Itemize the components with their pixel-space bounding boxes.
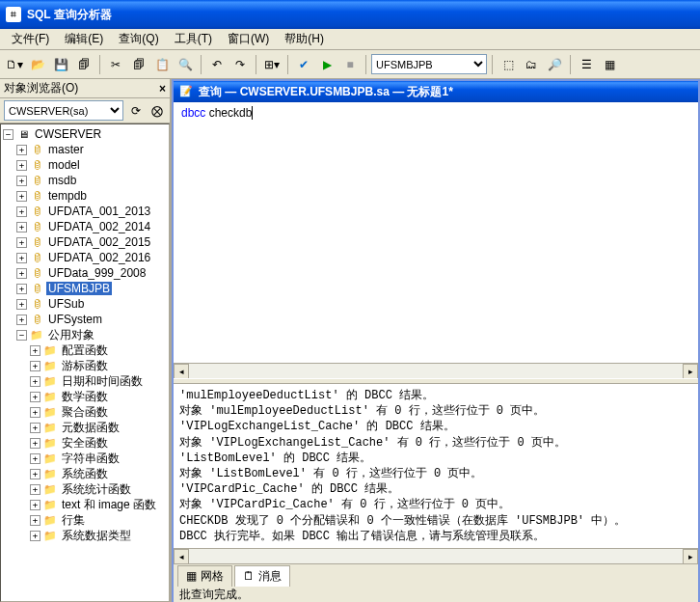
editor-horizontal-scrollbar[interactable]: ◂ ▸	[174, 363, 698, 378]
expand-icon[interactable]: +	[30, 345, 40, 356]
expand-icon[interactable]: +	[30, 453, 40, 464]
tree-database-node[interactable]: +UFDATA_002_2015	[3, 234, 167, 250]
tab-grid[interactable]: ▦ 网格	[177, 565, 232, 587]
expand-icon[interactable]: +	[30, 469, 40, 479]
tree-database-node[interactable]: +master	[3, 142, 167, 157]
tree-database-node[interactable]: +UFDATA_001_2013	[3, 204, 167, 219]
scroll-track[interactable]	[189, 549, 683, 563]
toolbar-separator	[365, 55, 366, 74]
undo-button[interactable]: ↶	[206, 54, 228, 75]
expand-icon[interactable]: +	[30, 376, 40, 387]
scroll-left-button[interactable]: ◂	[174, 364, 189, 379]
sql-editor[interactable]: dbcc checkdb	[174, 102, 698, 363]
tree-folder-node[interactable]: +安全函数	[3, 435, 167, 451]
menu-query[interactable]: 查询(Q)	[111, 29, 166, 49]
tree-folder-node[interactable]: +日期和时间函数	[3, 373, 167, 389]
query-window-titlebar[interactable]: 📝 查询 — CWSERVER.UFSMBJPB.sa — 无标题1*	[174, 81, 698, 102]
tree-server-node[interactable]: − CWSERVER	[3, 126, 167, 142]
expand-icon[interactable]: +	[30, 500, 40, 510]
menu-tools[interactable]: 工具(T)	[167, 29, 220, 49]
expand-icon[interactable]: +	[16, 237, 27, 248]
expand-icon[interactable]: +	[30, 515, 40, 526]
toolbar-separator	[256, 55, 256, 74]
database-select[interactable]: UFSMBJPB	[371, 54, 487, 74]
parse-button[interactable]: ✔	[293, 54, 314, 75]
expand-icon[interactable]: +	[30, 392, 40, 402]
stop-button[interactable]: ■	[339, 54, 361, 75]
disconnect-button[interactable]: ⨂	[148, 102, 166, 120]
new-query-button[interactable]: 🗋▾	[4, 54, 25, 75]
execute-button[interactable]: ▶	[316, 54, 337, 75]
menu-file[interactable]: 文件(F)	[4, 29, 57, 49]
panel-close-button[interactable]: ×	[159, 82, 166, 96]
find-button[interactable]: 🔍	[175, 54, 196, 75]
tree-folder-node[interactable]: +系统数据类型	[3, 528, 167, 543]
tree-folder-node[interactable]: +配置函数	[3, 342, 167, 358]
expand-icon[interactable]: +	[16, 176, 27, 186]
object-tree[interactable]: − CWSERVER +master+model+msdb+tempdb+UFD…	[0, 123, 170, 602]
cut-button[interactable]: ✂	[105, 54, 126, 75]
tree-folder-node[interactable]: +数学函数	[3, 389, 167, 404]
tree-folder-node[interactable]: +系统统计函数	[3, 481, 167, 497]
paste-button[interactable]: 📋	[151, 54, 173, 75]
tree-database-node[interactable]: +UFDATA_002_2016	[3, 250, 167, 265]
collapse-icon[interactable]: −	[16, 330, 27, 341]
expand-icon[interactable]: +	[16, 191, 27, 202]
estimated-plan-button[interactable]: ⬚	[498, 54, 519, 75]
show-results-button[interactable]: ☰	[576, 54, 597, 75]
expand-icon[interactable]: +	[16, 315, 27, 325]
redo-button[interactable]: ↷	[229, 54, 251, 75]
menu-edit[interactable]: 编辑(E)	[57, 29, 111, 49]
refresh-button[interactable]: ⟳	[127, 102, 145, 120]
expand-icon[interactable]: +	[16, 253, 27, 263]
expand-icon[interactable]: +	[30, 423, 40, 433]
tree-common-objects-node[interactable]: − 公用对象	[3, 327, 167, 342]
scroll-right-button[interactable]: ▸	[683, 549, 698, 564]
tree-database-node[interactable]: +UFSystem	[3, 312, 167, 327]
scroll-track[interactable]	[189, 364, 683, 378]
save-all-button[interactable]: 🗐	[73, 54, 94, 75]
scroll-right-button[interactable]: ▸	[683, 364, 698, 379]
tree-folder-node[interactable]: +元数据函数	[3, 420, 167, 435]
tree-database-node[interactable]: +UFDATA_002_2014	[3, 219, 167, 234]
tree-database-node[interactable]: +UFSMBJPB	[3, 281, 167, 296]
expand-icon[interactable]: +	[16, 145, 27, 155]
tree-database-node[interactable]: +model	[3, 157, 167, 173]
tree-database-node[interactable]: +UFSub	[3, 296, 167, 312]
object-search-button[interactable]: 🔎	[544, 54, 565, 75]
copy-button[interactable]: 🗐	[128, 54, 149, 75]
expand-icon[interactable]: +	[30, 361, 40, 371]
results-pane[interactable]: 'mulEmployeeDeductList' 的 DBCC 结果。 对象 'm…	[174, 384, 698, 548]
tree-database-node[interactable]: +UFData_999_2008	[3, 265, 167, 281]
expand-icon[interactable]: +	[16, 160, 27, 171]
tree-database-node[interactable]: +tempdb	[3, 188, 167, 204]
tree-folder-node[interactable]: +聚合函数	[3, 404, 167, 420]
execute-mode-button[interactable]: ⊞▾	[261, 54, 283, 75]
expand-icon[interactable]: +	[30, 531, 40, 541]
object-browser-button[interactable]: 🗂	[521, 54, 542, 75]
scroll-left-button[interactable]: ◂	[174, 549, 189, 564]
expand-icon[interactable]: +	[30, 407, 40, 418]
tree-folder-node[interactable]: +系统函数	[3, 466, 167, 481]
results-horizontal-scrollbar[interactable]: ◂ ▸	[174, 548, 698, 563]
tree-folder-node[interactable]: +行集	[3, 512, 167, 528]
tree-folder-node[interactable]: +字符串函数	[3, 451, 167, 466]
save-button[interactable]: 💾	[50, 54, 71, 75]
show-execution-plan-button[interactable]: ▦	[599, 54, 620, 75]
tree-database-node[interactable]: +msdb	[3, 173, 167, 188]
expand-icon[interactable]: +	[16, 268, 27, 279]
server-select[interactable]: CWSERVER(sa)	[4, 100, 123, 121]
menu-help[interactable]: 帮助(H)	[277, 29, 332, 49]
expand-icon[interactable]: +	[30, 438, 40, 449]
tree-folder-node[interactable]: +游标函数	[3, 358, 167, 373]
expand-icon[interactable]: +	[30, 484, 40, 495]
collapse-icon[interactable]: −	[3, 129, 13, 140]
tab-messages[interactable]: 🗒 消息	[234, 565, 290, 587]
expand-icon[interactable]: +	[16, 222, 27, 233]
menu-window[interactable]: 窗口(W)	[220, 29, 277, 49]
expand-icon[interactable]: +	[16, 299, 27, 310]
expand-icon[interactable]: +	[16, 284, 27, 294]
tree-folder-node[interactable]: +text 和 image 函数	[3, 497, 167, 512]
expand-icon[interactable]: +	[16, 206, 27, 217]
open-button[interactable]: 📂	[27, 54, 48, 75]
